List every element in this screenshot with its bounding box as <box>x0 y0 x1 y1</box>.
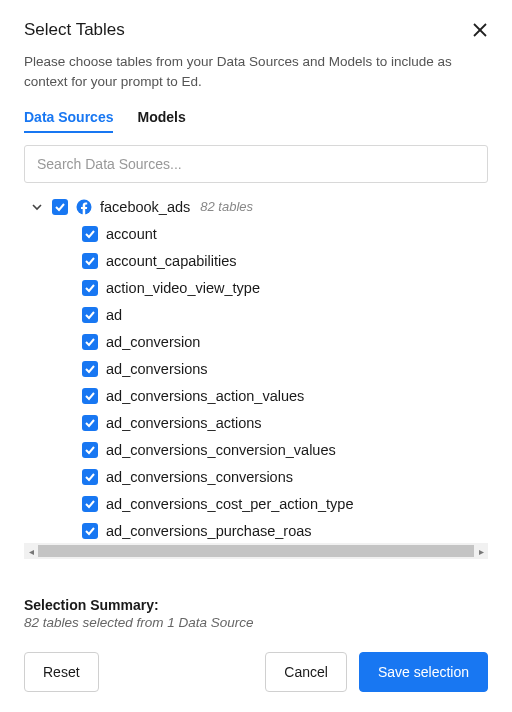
search-wrap <box>24 145 488 183</box>
source-name: facebook_ads <box>100 199 190 215</box>
table-checkbox[interactable] <box>82 361 98 377</box>
table-row[interactable]: account <box>24 220 484 247</box>
tree-wrap: facebook_ads 82 tables accountaccount_ca… <box>24 193 488 583</box>
scroll-right-arrow[interactable]: ▸ <box>474 543 488 559</box>
tab-data-sources[interactable]: Data Sources <box>24 109 113 133</box>
table-name: ad <box>106 307 122 323</box>
source-row[interactable]: facebook_ads 82 tables <box>24 193 484 220</box>
table-row[interactable]: ad_conversions_action_values <box>24 382 484 409</box>
scroll-left-arrow[interactable]: ◂ <box>24 543 38 559</box>
chevron-down-icon[interactable] <box>30 200 44 214</box>
reset-button[interactable]: Reset <box>24 652 99 692</box>
table-checkbox[interactable] <box>82 307 98 323</box>
table-checkbox[interactable] <box>82 496 98 512</box>
table-name: action_video_view_type <box>106 280 260 296</box>
table-row[interactable]: ad_conversions_conversions <box>24 463 484 490</box>
select-tables-dialog: Select Tables Please choose tables from … <box>0 0 512 712</box>
tab-bar: Data Sources Models <box>24 109 488 133</box>
table-checkbox[interactable] <box>82 388 98 404</box>
selection-summary: Selection Summary: 82 tables selected fr… <box>24 597 488 630</box>
table-checkbox[interactable] <box>82 523 98 539</box>
table-checkbox[interactable] <box>82 280 98 296</box>
close-button[interactable] <box>468 18 492 42</box>
table-row[interactable]: account_capabilities <box>24 247 484 274</box>
table-checkbox[interactable] <box>82 469 98 485</box>
table-name: ad_conversion <box>106 334 200 350</box>
table-name: ad_conversions_conversion_values <box>106 442 336 458</box>
close-icon <box>472 22 488 38</box>
table-row[interactable]: ad_conversion <box>24 328 484 355</box>
table-name: account <box>106 226 157 242</box>
table-row[interactable]: ad_conversions_purchase_roas <box>24 517 484 543</box>
table-name: ad_conversions_purchase_roas <box>106 523 312 539</box>
table-checkbox[interactable] <box>82 226 98 242</box>
table-row[interactable]: ad_conversions_actions <box>24 409 484 436</box>
table-row[interactable]: ad_conversions <box>24 355 484 382</box>
search-input[interactable] <box>24 145 488 183</box>
save-button[interactable]: Save selection <box>359 652 488 692</box>
table-row[interactable]: ad <box>24 301 484 328</box>
summary-title: Selection Summary: <box>24 597 488 613</box>
tree-scroll[interactable]: facebook_ads 82 tables accountaccount_ca… <box>24 193 488 543</box>
cancel-button[interactable]: Cancel <box>265 652 347 692</box>
table-name: ad_conversions <box>106 361 208 377</box>
table-checkbox[interactable] <box>82 253 98 269</box>
dialog-description: Please choose tables from your Data Sour… <box>24 52 464 91</box>
table-name: account_capabilities <box>106 253 237 269</box>
source-count: 82 tables <box>200 199 253 214</box>
table-row[interactable]: ad_conversions_conversion_values <box>24 436 484 463</box>
facebook-icon <box>76 199 92 215</box>
table-name: ad_conversions_cost_per_action_type <box>106 496 353 512</box>
tab-models[interactable]: Models <box>137 109 185 133</box>
table-checkbox[interactable] <box>82 442 98 458</box>
horizontal-scrollbar[interactable]: ◂ ▸ <box>24 543 488 559</box>
dialog-header: Select Tables <box>24 20 488 52</box>
table-checkbox[interactable] <box>82 334 98 350</box>
table-checkbox[interactable] <box>82 415 98 431</box>
summary-text: 82 tables selected from 1 Data Source <box>24 615 488 630</box>
table-row[interactable]: action_video_view_type <box>24 274 484 301</box>
table-name: ad_conversions_actions <box>106 415 262 431</box>
table-name: ad_conversions_conversions <box>106 469 293 485</box>
dialog-title: Select Tables <box>24 20 125 40</box>
dialog-footer: Reset Cancel Save selection <box>24 652 488 692</box>
scroll-thumb[interactable] <box>38 545 474 557</box>
table-row[interactable]: ad_conversions_cost_per_action_type <box>24 490 484 517</box>
table-name: ad_conversions_action_values <box>106 388 304 404</box>
source-checkbox[interactable] <box>52 199 68 215</box>
